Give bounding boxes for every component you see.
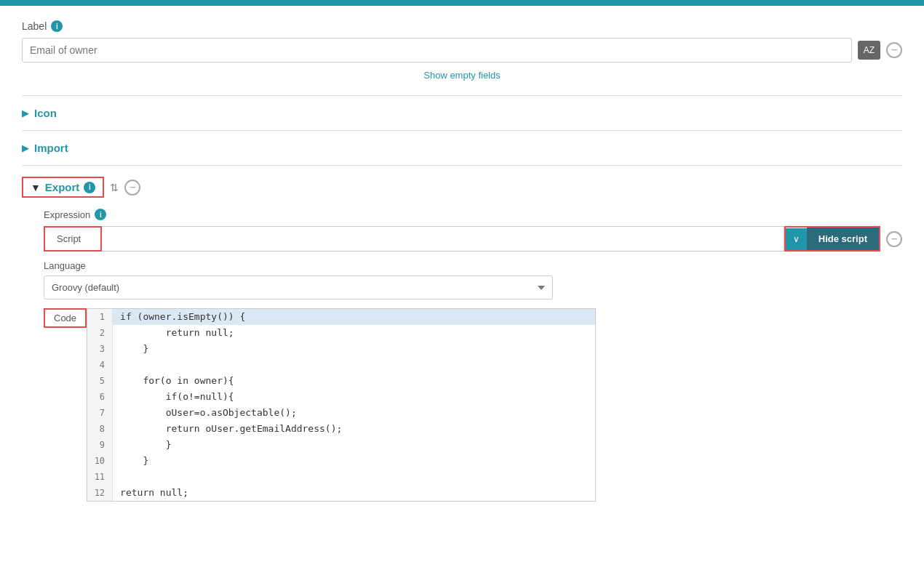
code-line-3: 3 } — [87, 341, 595, 357]
main-content: Label i AZ − Show empty fields ▶ Icon ▶ … — [0, 6, 924, 567]
icon-section-title: Icon — [34, 107, 57, 119]
expression-remove-button[interactable]: − — [886, 231, 902, 247]
code-line-4: 4 — [87, 357, 595, 373]
import-arrow-icon: ▶ — [22, 143, 28, 153]
label-input-row: AZ − — [22, 38, 902, 63]
export-section: ▼ Export i ⇅ − Expression i Script ∨ Hid… — [22, 165, 902, 512]
export-arrow-icon[interactable]: ▼ — [31, 182, 41, 193]
code-line-9: 9 } — [87, 437, 595, 453]
code-line-12: 12 return null; — [87, 485, 595, 501]
script-button[interactable]: Script — [44, 226, 102, 252]
label-section: Label i AZ − Show empty fields — [22, 20, 902, 81]
code-line-5: 5 for(o in owner){ — [87, 373, 595, 389]
language-label: Language — [44, 260, 902, 271]
label-input[interactable] — [22, 38, 852, 63]
label-heading: Label — [22, 20, 47, 32]
code-label-box: Code — [44, 308, 87, 328]
export-sort-icon[interactable]: ⇅ — [110, 182, 119, 193]
label-info-icon[interactable]: i — [51, 20, 63, 32]
code-line-8: 8 return oUser.getEmailAddress(); — [87, 421, 595, 437]
code-line-1: 1 if (owner.isEmpty()) { — [87, 309, 595, 325]
label-remove-button[interactable]: − — [886, 42, 902, 58]
expression-section: Expression i Script ∨ Hide script − Lang… — [44, 209, 902, 502]
code-editor[interactable]: 1 if (owner.isEmpty()) { 2 return null; … — [87, 308, 596, 502]
icon-section-header[interactable]: ▶ Icon — [22, 107, 902, 119]
code-line-6: 6 if(o!=null){ — [87, 389, 595, 405]
code-line-7: 7 oUser=o.asObjectable(); — [87, 405, 595, 421]
export-header: ▼ Export i ⇅ − — [22, 177, 902, 198]
code-line-10: 10 } — [87, 453, 595, 469]
label-header: Label i — [22, 20, 902, 32]
top-bar — [0, 0, 924, 6]
expression-info-icon[interactable]: i — [95, 209, 106, 220]
code-row: Code 1 if (owner.isEmpty()) { 2 return n… — [44, 308, 902, 502]
icon-section: ▶ Icon — [22, 95, 902, 130]
import-section: ▶ Import — [22, 130, 902, 165]
language-select[interactable]: Groovy (default) JavaScript Python — [44, 276, 553, 299]
import-section-title: Import — [34, 142, 68, 154]
expression-row: Script ∨ Hide script − — [44, 226, 902, 252]
export-header-box: ▼ Export i — [22, 177, 104, 198]
export-info-icon[interactable]: i — [84, 182, 95, 193]
hide-script-button[interactable]: Hide script — [807, 228, 879, 250]
import-section-header[interactable]: ▶ Import — [22, 142, 902, 154]
hide-script-area: ∨ Hide script — [784, 226, 880, 252]
code-line-11: 11 — [87, 469, 595, 485]
hide-script-dropdown-btn[interactable]: ∨ — [786, 228, 807, 250]
expression-input[interactable] — [102, 226, 784, 252]
icon-arrow-icon: ▶ — [22, 108, 28, 118]
expression-label-row: Expression i — [44, 209, 902, 220]
export-title: Export — [45, 181, 80, 193]
show-empty-fields-link[interactable]: Show empty fields — [22, 70, 902, 81]
code-line-2: 2 return null; — [87, 325, 595, 341]
export-remove-button[interactable]: − — [124, 180, 140, 196]
expression-label-text: Expression — [44, 209, 90, 220]
az-button[interactable]: AZ — [858, 41, 880, 60]
